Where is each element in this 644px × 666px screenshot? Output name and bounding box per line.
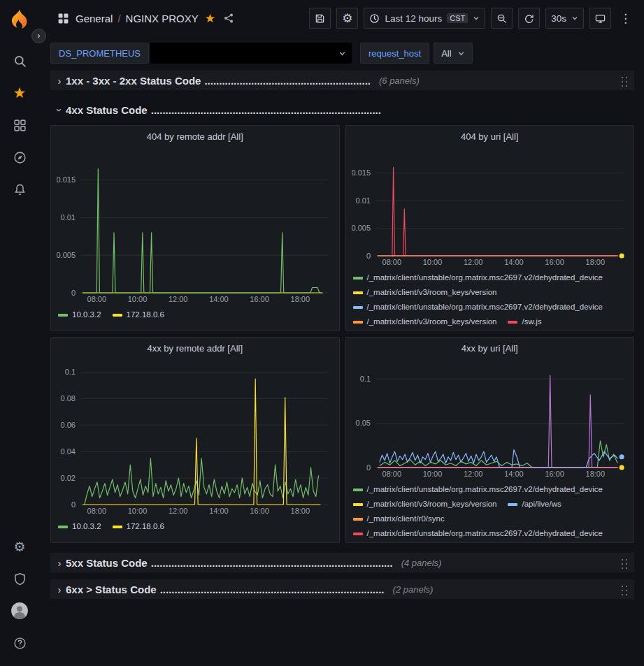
request-host-variable-dropdown[interactable]: All (434, 43, 472, 64)
panel-title[interactable]: 404 by remote addr [All] (57, 126, 334, 147)
legend-item[interactable]: /_matrix/client/v3/room_keys/version (353, 287, 497, 298)
svg-text:0.015: 0.015 (57, 175, 76, 184)
panel-title[interactable]: 404 by uri [All] (352, 126, 629, 147)
svg-text:0.005: 0.005 (57, 251, 76, 259)
server-admin-shield-icon[interactable] (6, 565, 34, 593)
panel-legend: /_matrix/client/unstable/org.matrix.msc2… (352, 267, 629, 329)
chevron-down-icon (457, 50, 465, 57)
timeseries-chart[interactable]: 00.020.040.060.080.108:0010:0012:0014:00… (57, 359, 333, 516)
save-dashboard-button[interactable] (309, 8, 331, 29)
dashboard-row-4xx[interactable]: › 4xx Status Code ......................… (50, 100, 634, 120)
legend-item[interactable]: 10.0.3.2 (58, 521, 101, 532)
timeseries-chart[interactable]: 00.0050.010.01508:0010:0012:0014:0016:00… (57, 147, 333, 304)
legend-item[interactable]: /_matrix/client/unstable/org.matrix.msc2… (353, 528, 603, 539)
legend-item[interactable]: 172.18.0.6 (113, 521, 164, 532)
svg-text:12:00: 12:00 (169, 295, 188, 303)
panel-4xx-by-remote-addr: 4xx by remote addr [All] 00.020.040.060.… (50, 337, 340, 543)
refresh-button[interactable] (518, 8, 540, 29)
datasource-variable-dropdown[interactable] (150, 43, 352, 64)
refresh-interval-dropdown[interactable]: 30s (545, 8, 584, 29)
svg-text:12:00: 12:00 (463, 258, 482, 266)
drag-handle-icon[interactable] (620, 75, 629, 87)
chevron-down-icon (473, 15, 480, 22)
dashboard-row-6xx[interactable]: › 6xx > Status Code ....................… (50, 579, 634, 599)
svg-text:0: 0 (71, 500, 76, 509)
dashboard-row-5xx[interactable]: › 5xx Status Code ......................… (50, 553, 634, 572)
svg-text:14:00: 14:00 (504, 470, 524, 478)
favorite-star-icon[interactable]: ★ (205, 11, 215, 26)
row-panel-count: (6 panels) (379, 75, 420, 86)
legend-swatch (353, 503, 363, 506)
legend-item[interactable]: /api/live/ws (508, 499, 561, 509)
panel-title[interactable]: 4xx by remote addr [All] (57, 338, 334, 359)
dashboard-canvas: › 1xx - 3xx - 2xx Status Code ..........… (39, 71, 644, 599)
breadcrumb-section[interactable]: General (76, 13, 113, 24)
svg-text:18:00: 18:00 (585, 470, 605, 478)
svg-text:14:00: 14:00 (209, 507, 229, 515)
user-avatar[interactable] (6, 597, 34, 625)
request-host-variable-label[interactable]: request_host (360, 43, 429, 64)
cycle-view-mode-button[interactable] (589, 8, 611, 29)
svg-text:0: 0 (71, 289, 76, 297)
drag-handle-icon[interactable] (620, 584, 629, 595)
timeseries-chart[interactable]: 00.0050.010.01508:0010:0012:0014:0016:00… (352, 147, 628, 267)
dashboard-row-1xx-3xx-2xx[interactable]: › 1xx - 3xx - 2xx Status Code ..........… (50, 71, 634, 90)
row-title: 5xx Status Code (66, 557, 148, 569)
legend-swatch (353, 488, 363, 491)
legend-swatch (113, 314, 122, 317)
breadcrumb-separator: / (117, 13, 120, 24)
timeseries-chart[interactable]: 00.050.108:0010:0012:0014:0016:0018:00 (352, 359, 628, 479)
starred-dashboards-icon[interactable]: ★ (6, 79, 34, 107)
legend-label: 172.18.0.6 (127, 521, 164, 532)
svg-text:10:00: 10:00 (128, 507, 148, 515)
apps-grid-icon[interactable] (57, 13, 69, 24)
alerting-bell-icon[interactable] (6, 175, 34, 203)
dashboards-icon[interactable] (6, 111, 34, 139)
svg-text:12:00: 12:00 (169, 507, 188, 515)
sidebar-expand-chevron-icon[interactable]: › (31, 29, 46, 43)
panel-title[interactable]: 4xx by uri [All] (352, 338, 629, 359)
time-range-label: Last 12 hours (385, 13, 442, 24)
legend-item[interactable]: 172.18.0.6 (113, 310, 164, 320)
zoom-out-button[interactable] (491, 8, 513, 29)
legend-label: /_matrix/client/v3/room_keys/version (367, 499, 497, 509)
legend-item[interactable]: /_matrix/client/v3/room_keys/version (353, 317, 497, 327)
gear-icon: ⚙ (342, 13, 352, 24)
svg-text:0.1: 0.1 (65, 368, 76, 376)
panel-legend: /_matrix/client/unstable/org.matrix.msc2… (352, 479, 629, 541)
svg-text:18:00: 18:00 (585, 258, 605, 266)
breadcrumb-dashboard-title[interactable]: NGINX PROXY (126, 13, 199, 24)
legend-item[interactable]: /_matrix/client/unstable/org.matrix.msc2… (353, 484, 603, 495)
share-icon[interactable] (222, 11, 236, 25)
legend-item[interactable]: /_matrix/client/unstable/org.matrix.msc2… (353, 273, 603, 283)
legend-swatch (353, 321, 363, 324)
chevron-right-icon: › (53, 557, 66, 569)
legend-item[interactable]: /_matrix/client/unstable/org.matrix.msc2… (353, 302, 603, 312)
legend-item[interactable]: /sw.js (508, 317, 541, 327)
search-icon[interactable] (6, 47, 34, 75)
legend-item[interactable]: /_matrix/client/r0/sync (353, 514, 445, 524)
legend-label: /_matrix/client/v3/room_keys/version (367, 287, 497, 298)
configuration-gear-icon[interactable]: ⚙ (6, 533, 34, 560)
legend-swatch (508, 321, 517, 324)
breadcrumb: General / NGINX PROXY (76, 13, 199, 24)
drag-handle-icon[interactable] (620, 557, 629, 569)
grafana-logo-icon[interactable] (8, 8, 31, 31)
dashboard-settings-button[interactable]: ⚙ (336, 8, 358, 29)
kebab-menu-icon[interactable]: ⋮ (617, 11, 634, 26)
datasource-variable-label[interactable]: DS_PROMETHEUS (50, 43, 149, 64)
legend-label: /_matrix/client/unstable/org.matrix.msc2… (367, 302, 603, 312)
legend-item[interactable]: /_matrix/client/v3/room_keys/version (353, 499, 497, 509)
explore-compass-icon[interactable] (6, 143, 34, 171)
svg-text:16:00: 16:00 (545, 470, 564, 478)
svg-text:08:00: 08:00 (87, 295, 107, 303)
svg-text:08:00: 08:00 (382, 470, 401, 478)
variables-bar: DS_PROMETHEUS request_host All (39, 36, 644, 65)
time-range-picker-button[interactable]: Last 12 hours CST (364, 8, 485, 29)
legend-swatch (353, 533, 363, 535)
header-toolbar: ⚙ Last 12 hours CST 30s ⋮ (309, 8, 634, 29)
help-icon[interactable] (6, 629, 34, 657)
refresh-interval-label: 30s (551, 13, 566, 24)
legend-item[interactable]: 10.0.3.2 (58, 310, 101, 320)
legend-label: 172.18.0.6 (127, 310, 164, 320)
